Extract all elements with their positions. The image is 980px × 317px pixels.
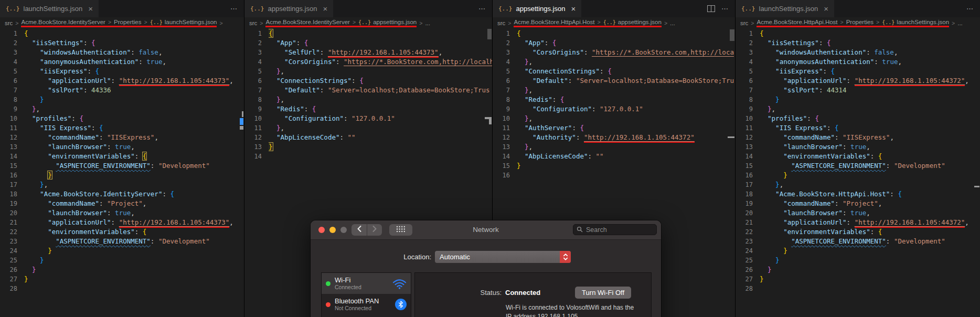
tab-close-icon[interactable]: × — [571, 4, 576, 13]
breadcrumb-item[interactable]: appsettings.json — [373, 19, 417, 25]
location-selected-value: Automatic — [435, 253, 560, 261]
tab-label: appsettings.json — [268, 5, 317, 13]
line-number: 8 — [493, 95, 510, 104]
code-editor[interactable]: 1234567891011121314151617181920212223242… — [736, 29, 980, 317]
line-number: 6 — [736, 76, 753, 86]
breadcrumb-more[interactable]: ... — [425, 20, 430, 26]
split-editor-icon[interactable] — [707, 5, 715, 12]
breadcrumb[interactable]: src>Acme.BookStore.IdentityServer>{..}ap… — [244, 17, 492, 29]
line-number: 25 — [736, 256, 753, 265]
line-number: 13 — [736, 142, 753, 152]
more-actions-icon[interactable]: ⋯ — [966, 5, 974, 13]
line-number: 12 — [736, 133, 753, 142]
search-icon — [577, 225, 583, 235]
code-line: { — [269, 29, 492, 38]
tab-launchSettings.json[interactable]: {..}launchSettings.json× — [0, 0, 99, 17]
search-input[interactable] — [585, 226, 653, 234]
turn-wifi-off-button[interactable]: Turn Wi-Fi Off — [575, 287, 631, 299]
more-actions-icon[interactable]: ⋯ — [478, 5, 486, 13]
line-number: 11 — [736, 123, 753, 133]
line-number: 24 — [0, 246, 17, 256]
line-number: 1 — [0, 29, 17, 38]
json-file-icon: {..} — [150, 19, 163, 25]
network-services-list: Wi-FiConnectedBluetooth PANNot Connected — [321, 272, 411, 317]
tab-close-icon[interactable]: × — [824, 4, 828, 13]
breadcrumb[interactable]: src>Acme.BookStore.IdentityServer>Proper… — [0, 17, 244, 29]
breadcrumb-item[interactable]: Properties — [114, 19, 141, 25]
overview-ruler-mark — [489, 119, 492, 124]
code-line: } — [269, 142, 492, 152]
breadcrumb-item[interactable]: Acme.BookStore.HttpApi.Host — [757, 19, 837, 25]
breadcrumb-separator: > — [15, 20, 18, 26]
service-row-wifi[interactable]: Wi-FiConnected — [322, 273, 411, 294]
more-actions-icon[interactable]: ⋯ — [721, 5, 729, 13]
json-file-icon: {..} — [498, 5, 513, 12]
breadcrumb-item[interactable]: Acme.BookStore.IdentityServer — [265, 19, 349, 25]
line-number: 28 — [0, 284, 17, 293]
line-number: 1 — [493, 29, 510, 38]
line-number: 2 — [736, 38, 753, 48]
breadcrumb-item[interactable]: Acme.BookStore.HttpApi.Host — [514, 19, 594, 25]
line-number: 23 — [0, 237, 17, 246]
code-line: "ASPNETCORE_ENVIRONMENT": "Development" — [24, 161, 244, 171]
breadcrumb-item[interactable]: appsettings.json — [618, 19, 662, 25]
code-line: }, — [517, 142, 735, 152]
breadcrumb-more[interactable]: ... — [957, 20, 963, 26]
tab-appsettings.json[interactable]: {..}appsettings.json× — [493, 0, 581, 17]
code-line: }, — [517, 57, 735, 67]
search-field[interactable] — [573, 224, 657, 235]
code-line: "applicationUrl": "http://192.168.1.105:… — [24, 218, 244, 227]
service-row-bluetooth[interactable]: Bluetooth PANNot Connected — [322, 294, 411, 315]
json-file-icon: {..} — [603, 19, 616, 25]
code-line: } — [24, 256, 244, 265]
code-line: "iisExpress": { — [760, 67, 980, 76]
line-number: 4 — [0, 57, 17, 67]
titlebar[interactable]: Network — [311, 220, 661, 240]
code-line: } — [24, 171, 244, 180]
dropdown-stepper-icon — [560, 251, 571, 263]
code-line: "ASPNETCORE_ENVIRONMENT": "Development" — [760, 161, 980, 171]
line-number: 11 — [0, 123, 17, 133]
wifi-icon — [392, 278, 407, 289]
breadcrumb-item[interactable]: Properties — [846, 19, 874, 25]
breadcrumb-item[interactable]: launchSettings.json — [897, 19, 949, 25]
location-dropdown[interactable]: Automatic — [435, 251, 571, 263]
breadcrumb-item[interactable]: launchSettings.json — [165, 19, 217, 25]
line-number: 13 — [244, 142, 262, 152]
breadcrumb-root[interactable]: src — [740, 20, 748, 26]
tab-close-icon[interactable]: × — [323, 4, 327, 13]
overview-ruler-mark — [242, 111, 243, 117]
breadcrumb[interactable]: src>Acme.BookStore.HttpApi.Host>{..}apps… — [493, 17, 735, 29]
line-number: 9 — [736, 104, 753, 114]
breadcrumb-item[interactable]: Acme.BookStore.IdentityServer — [21, 19, 105, 25]
breadcrumb-root[interactable]: src — [5, 20, 13, 26]
code-line: "Default": "Server=localhost;Database=Bo… — [269, 86, 492, 95]
breadcrumb-separator: > — [353, 19, 356, 25]
line-number: 16 — [0, 171, 17, 180]
tab-appsettings.json[interactable]: {..}appsettings.json× — [244, 0, 333, 17]
json-file-icon: {..} — [741, 5, 755, 12]
line-number: 5 — [736, 67, 753, 76]
more-actions-icon[interactable]: ⋯ — [230, 5, 238, 13]
code-line: "Configuration": "127.0.0.1" — [517, 104, 735, 114]
code-editor[interactable]: 1234567891011121314151617181920212223242… — [0, 29, 244, 317]
line-number: 26 — [736, 265, 753, 274]
code-line: { — [760, 29, 980, 38]
json-file-icon: {..} — [358, 19, 371, 25]
tab-launchSettings.json[interactable]: {..}launchSettings.json× — [736, 0, 834, 17]
breadcrumb-annotated-group: Acme.BookStore.IdentityServer>Properties… — [21, 19, 217, 27]
code-line: "iisSettings": { — [760, 38, 980, 48]
line-numbers-gutter: 1234567891011121314 — [244, 29, 269, 317]
service-name: Bluetooth PAN — [335, 297, 391, 305]
tab-bar: {..}appsettings.json×⋯ — [493, 0, 735, 17]
breadcrumb-more[interactable]: ... — [670, 20, 675, 26]
code-line: "AbpLicenseCode": "" — [517, 152, 735, 161]
code-line: "windowsAuthentication": false, — [760, 48, 980, 57]
service-status: Connected — [335, 284, 388, 291]
breadcrumb-root[interactable]: src — [497, 20, 505, 26]
breadcrumb[interactable]: src>Acme.BookStore.HttpApi.Host>Properti… — [736, 17, 980, 29]
breadcrumb-root[interactable]: src — [249, 20, 257, 26]
screen: {..}launchSettings.json×⋯src>Acme.BookSt… — [0, 0, 980, 317]
tab-close-icon[interactable]: × — [88, 4, 93, 13]
line-number: 7 — [736, 86, 753, 95]
